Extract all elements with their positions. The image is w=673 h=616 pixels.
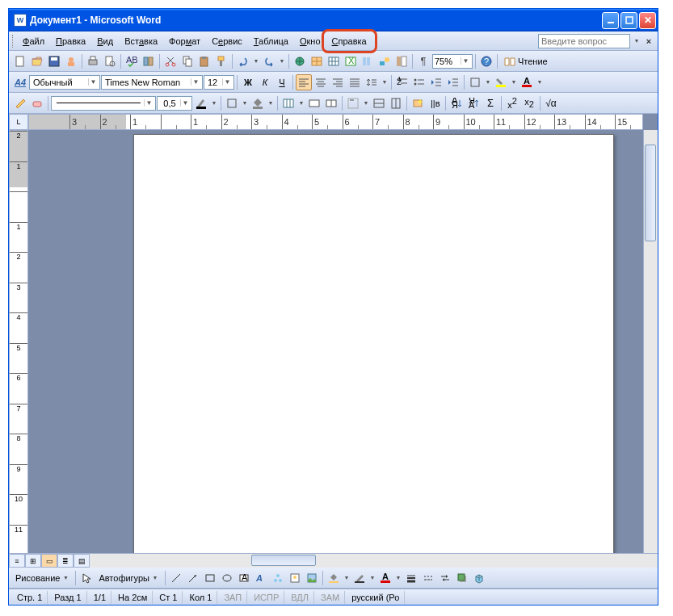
- bullets-button[interactable]: [411, 74, 427, 90]
- font-combo[interactable]: Times New Roman▼: [101, 75, 203, 90]
- redo-button[interactable]: [261, 53, 277, 69]
- menu-format[interactable]: Формат: [163, 34, 206, 48]
- insert-table-button[interactable]: [326, 53, 342, 69]
- decrease-indent-button[interactable]: [428, 74, 444, 90]
- titlebar[interactable]: W Документ1 - Microsoft Word ✕: [9, 9, 658, 31]
- spellcheck-button[interactable]: ABC: [124, 53, 140, 69]
- tables-borders-button[interactable]: [309, 53, 325, 69]
- web-view-button[interactable]: ⊞: [25, 554, 41, 568]
- menu-window[interactable]: Окно: [294, 34, 326, 48]
- line-color-button[interactable]: [351, 570, 368, 586]
- status-ovr[interactable]: ЗАМ: [316, 591, 345, 604]
- bold-button[interactable]: Ж: [240, 74, 256, 90]
- dash-style-button[interactable]: [420, 570, 436, 586]
- hyperlink-button[interactable]: [292, 53, 308, 69]
- vertical-ruler[interactable]: 2 1 1 2 3 4 5 6 7 8 9 10 11 12: [9, 130, 28, 568]
- reading-view-button[interactable]: ▤: [74, 554, 90, 568]
- menu-table[interactable]: Таблица: [248, 34, 294, 48]
- border-color-button[interactable]: [193, 95, 209, 111]
- distribute-cols-button[interactable]: [388, 95, 404, 111]
- research-button[interactable]: [141, 53, 157, 69]
- italic-button[interactable]: К: [257, 74, 273, 90]
- subscript-button[interactable]: x2: [521, 95, 537, 111]
- vertical-scrollbar[interactable]: [643, 130, 658, 553]
- line-spacing-button[interactable]: [364, 74, 380, 90]
- fill-color-dropdown[interactable]: ▼: [343, 575, 351, 580]
- styles-pane-button[interactable]: A4: [12, 74, 28, 90]
- align-center-button[interactable]: [313, 74, 329, 90]
- clipart-button[interactable]: [287, 570, 303, 586]
- insert-picture-button[interactable]: [304, 570, 320, 586]
- autoformat-button[interactable]: [410, 95, 426, 111]
- font-color-dropdown[interactable]: ▼: [536, 79, 544, 85]
- status-rec[interactable]: ЗАП: [219, 591, 247, 604]
- status-lang[interactable]: русский (Ро: [347, 591, 405, 604]
- align-top-left-button[interactable]: [345, 95, 361, 111]
- close-help-button[interactable]: ×: [643, 36, 654, 46]
- menu-insert[interactable]: Вставка: [119, 34, 163, 48]
- toolbar-grip[interactable]: [12, 35, 15, 48]
- justify-button[interactable]: [347, 74, 363, 90]
- highlight-button[interactable]: [493, 74, 509, 90]
- permission-button[interactable]: [63, 53, 79, 69]
- highlight-dropdown[interactable]: ▼: [510, 79, 518, 85]
- scrollbar-thumb[interactable]: [251, 555, 316, 566]
- outline-view-button[interactable]: ≣: [57, 554, 74, 568]
- maximize-button[interactable]: [620, 12, 637, 29]
- style-combo[interactable]: Обычный▼: [29, 75, 100, 90]
- border-color-dropdown[interactable]: ▼: [210, 100, 218, 106]
- horizontal-ruler[interactable]: 3 2 1 1 2 3 4 5 6 7 8 9 10 11 12 13 14 1…: [28, 114, 643, 130]
- cut-button[interactable]: [162, 53, 179, 69]
- insert-table-dropdown[interactable]: ▼: [297, 100, 305, 106]
- line-style-button[interactable]: [403, 570, 419, 586]
- merge-cells-button[interactable]: [306, 95, 322, 111]
- status-trk[interactable]: ИСПР: [249, 591, 284, 604]
- paste-button[interactable]: [196, 53, 212, 69]
- print-button[interactable]: [85, 53, 101, 69]
- help-question-input[interactable]: [538, 34, 630, 48]
- drawing-menu-button[interactable]: Рисование▼: [12, 570, 73, 586]
- textbox-button[interactable]: A: [236, 570, 252, 586]
- eraser-button[interactable]: [29, 95, 45, 111]
- font-color-button2[interactable]: A: [377, 570, 393, 586]
- new-doc-button[interactable]: [12, 53, 28, 69]
- borders-button[interactable]: [467, 74, 483, 90]
- cell-align-dropdown[interactable]: ▼: [362, 100, 370, 106]
- shading-color-button[interactable]: [250, 95, 266, 111]
- help-button[interactable]: ?: [478, 53, 494, 69]
- equation-button[interactable]: √α: [543, 95, 559, 111]
- insert-table-button2[interactable]: [280, 95, 297, 111]
- rectangle-button[interactable]: [202, 570, 218, 586]
- redo-dropdown[interactable]: ▼: [278, 58, 286, 64]
- close-button[interactable]: ✕: [639, 12, 656, 29]
- print-preview-button[interactable]: [102, 53, 118, 69]
- excel-button[interactable]: X: [343, 53, 359, 69]
- shading-dropdown[interactable]: ▼: [267, 100, 275, 106]
- menu-edit[interactable]: Правка: [50, 34, 91, 48]
- arrow-button[interactable]: [185, 570, 201, 586]
- align-left-button[interactable]: [296, 74, 312, 90]
- line-weight-combo[interactable]: 0,5▼: [157, 96, 192, 111]
- normal-view-button[interactable]: ≡: [9, 554, 25, 568]
- undo-button[interactable]: [235, 53, 251, 69]
- line-spacing-dropdown[interactable]: ▼: [381, 79, 389, 85]
- shadow-button[interactable]: [454, 570, 470, 586]
- font-color-dropdown2[interactable]: ▼: [394, 575, 402, 580]
- menu-help[interactable]: Справка: [326, 34, 372, 48]
- page[interactable]: [133, 134, 614, 553]
- doc-map-button[interactable]: [393, 53, 410, 69]
- text-direction-button[interactable]: ||в: [427, 95, 443, 111]
- menu-view[interactable]: Вид: [91, 34, 119, 48]
- scrollbar-thumb[interactable]: [645, 145, 656, 241]
- split-cells-button[interactable]: [323, 95, 339, 111]
- format-painter-button[interactable]: [213, 53, 229, 69]
- sort-desc-button[interactable]: ЯА: [465, 95, 482, 111]
- oval-button[interactable]: [219, 570, 235, 586]
- superscript-button[interactable]: x2: [504, 95, 520, 111]
- print-layout-button[interactable]: ▭: [41, 554, 57, 568]
- columns-button[interactable]: [360, 53, 376, 69]
- menu-file[interactable]: Файл: [17, 34, 50, 48]
- numbering-button[interactable]: 12: [394, 74, 410, 90]
- outside-border-button[interactable]: [224, 95, 240, 111]
- underline-button[interactable]: Ч: [274, 74, 290, 90]
